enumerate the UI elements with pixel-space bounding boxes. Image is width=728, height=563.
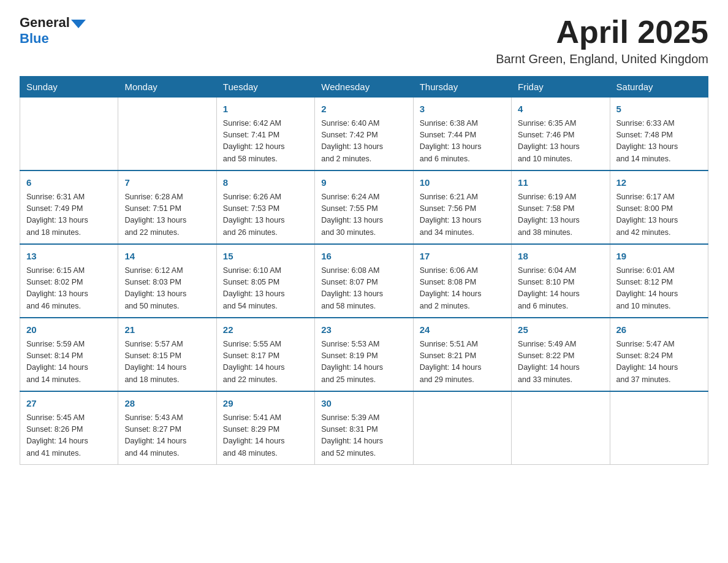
day-info: Sunrise: 6:04 AMSunset: 8:10 PMDaylight:… — [518, 265, 603, 313]
day-info: Sunrise: 6:19 AMSunset: 7:58 PMDaylight:… — [518, 191, 603, 239]
day-info: Sunrise: 5:39 AMSunset: 8:31 PMDaylight:… — [321, 412, 406, 460]
day-info: Sunrise: 6:40 AMSunset: 7:42 PMDaylight:… — [321, 118, 406, 166]
calendar-header-friday: Friday — [512, 77, 610, 98]
calendar-cell: 13Sunrise: 6:15 AMSunset: 8:02 PMDayligh… — [20, 244, 118, 318]
day-number: 13 — [26, 250, 112, 264]
calendar-cell: 5Sunrise: 6:33 AMSunset: 7:48 PMDaylight… — [610, 98, 708, 171]
day-info: Sunrise: 6:42 AMSunset: 7:41 PMDaylight:… — [223, 118, 308, 166]
calendar-cell: 18Sunrise: 6:04 AMSunset: 8:10 PMDayligh… — [512, 244, 610, 318]
day-number: 2 — [321, 102, 406, 117]
calendar-header-thursday: Thursday — [413, 77, 511, 98]
day-info: Sunrise: 6:17 AMSunset: 8:00 PMDaylight:… — [616, 191, 702, 239]
calendar-cell — [512, 391, 610, 465]
day-info: Sunrise: 5:59 AMSunset: 8:14 PMDaylight:… — [26, 339, 112, 386]
calendar-cell: 20Sunrise: 5:59 AMSunset: 8:14 PMDayligh… — [20, 318, 118, 391]
calendar-cell: 2Sunrise: 6:40 AMSunset: 7:42 PMDaylight… — [315, 98, 413, 171]
calendar-cell: 12Sunrise: 6:17 AMSunset: 8:00 PMDayligh… — [610, 170, 708, 244]
calendar-cell: 23Sunrise: 5:53 AMSunset: 8:19 PMDayligh… — [315, 318, 413, 391]
logo-blue: Blue — [20, 31, 49, 47]
logo: General Blue — [20, 15, 86, 47]
day-info: Sunrise: 6:08 AMSunset: 8:07 PMDaylight:… — [321, 265, 406, 313]
calendar-header-monday: Monday — [118, 77, 216, 98]
calendar-cell: 19Sunrise: 6:01 AMSunset: 8:12 PMDayligh… — [610, 244, 708, 318]
day-info: Sunrise: 5:43 AMSunset: 8:27 PMDaylight:… — [124, 412, 210, 460]
day-info: Sunrise: 6:38 AMSunset: 7:44 PMDaylight:… — [420, 118, 505, 166]
calendar-cell: 27Sunrise: 5:45 AMSunset: 8:26 PMDayligh… — [20, 391, 118, 465]
calendar-cell: 28Sunrise: 5:43 AMSunset: 8:27 PMDayligh… — [118, 391, 216, 465]
day-number: 3 — [420, 102, 505, 117]
day-number: 20 — [26, 323, 112, 337]
day-number: 26 — [616, 323, 702, 337]
calendar-cell: 24Sunrise: 5:51 AMSunset: 8:21 PMDayligh… — [413, 318, 511, 391]
calendar-cell: 14Sunrise: 6:12 AMSunset: 8:03 PMDayligh… — [118, 244, 216, 318]
day-info: Sunrise: 5:47 AMSunset: 8:24 PMDaylight:… — [616, 339, 702, 386]
day-number: 1 — [223, 102, 308, 117]
logo-arrow-icon — [71, 20, 86, 28]
day-info: Sunrise: 6:06 AMSunset: 8:08 PMDaylight:… — [420, 265, 505, 313]
calendar-week-row: 13Sunrise: 6:15 AMSunset: 8:02 PMDayligh… — [20, 244, 708, 318]
calendar-cell — [20, 98, 118, 171]
calendar-cell: 15Sunrise: 6:10 AMSunset: 8:05 PMDayligh… — [216, 244, 314, 318]
day-number: 8 — [223, 176, 308, 190]
day-info: Sunrise: 6:24 AMSunset: 7:55 PMDaylight:… — [321, 191, 406, 239]
calendar-header-saturday: Saturday — [610, 77, 708, 98]
day-number: 5 — [616, 102, 702, 117]
day-number: 7 — [124, 176, 210, 190]
logo-general: General — [20, 15, 70, 31]
day-number: 24 — [420, 323, 505, 337]
calendar-cell: 21Sunrise: 5:57 AMSunset: 8:15 PMDayligh… — [118, 318, 216, 391]
calendar-week-row: 1Sunrise: 6:42 AMSunset: 7:41 PMDaylight… — [20, 98, 708, 171]
calendar-week-row: 6Sunrise: 6:31 AMSunset: 7:49 PMDaylight… — [20, 170, 708, 244]
calendar-cell: 4Sunrise: 6:35 AMSunset: 7:46 PMDaylight… — [512, 98, 610, 171]
day-number: 27 — [26, 397, 112, 411]
day-info: Sunrise: 6:15 AMSunset: 8:02 PMDaylight:… — [26, 265, 112, 313]
day-info: Sunrise: 5:51 AMSunset: 8:21 PMDaylight:… — [420, 339, 505, 386]
day-number: 11 — [518, 176, 603, 190]
calendar-cell: 3Sunrise: 6:38 AMSunset: 7:44 PMDaylight… — [413, 98, 511, 171]
day-number: 9 — [321, 176, 406, 190]
month-title: April 2025 — [496, 15, 708, 50]
day-info: Sunrise: 5:45 AMSunset: 8:26 PMDaylight:… — [26, 412, 112, 460]
day-info: Sunrise: 5:41 AMSunset: 8:29 PMDaylight:… — [223, 412, 308, 460]
day-number: 17 — [420, 250, 505, 264]
calendar-cell — [118, 98, 216, 171]
day-info: Sunrise: 6:33 AMSunset: 7:48 PMDaylight:… — [616, 118, 702, 166]
day-number: 6 — [26, 176, 112, 190]
calendar-cell — [610, 391, 708, 465]
calendar-table: SundayMondayTuesdayWednesdayThursdayFrid… — [20, 76, 708, 465]
day-number: 30 — [321, 397, 406, 411]
day-info: Sunrise: 6:35 AMSunset: 7:46 PMDaylight:… — [518, 118, 603, 166]
calendar-week-row: 20Sunrise: 5:59 AMSunset: 8:14 PMDayligh… — [20, 318, 708, 391]
day-info: Sunrise: 5:57 AMSunset: 8:15 PMDaylight:… — [124, 339, 210, 386]
calendar-cell: 10Sunrise: 6:21 AMSunset: 7:56 PMDayligh… — [413, 170, 511, 244]
day-info: Sunrise: 6:10 AMSunset: 8:05 PMDaylight:… — [223, 265, 308, 313]
calendar-cell: 22Sunrise: 5:55 AMSunset: 8:17 PMDayligh… — [216, 318, 314, 391]
day-info: Sunrise: 6:26 AMSunset: 7:53 PMDaylight:… — [223, 191, 308, 239]
calendar-cell: 16Sunrise: 6:08 AMSunset: 8:07 PMDayligh… — [315, 244, 413, 318]
day-info: Sunrise: 6:01 AMSunset: 8:12 PMDaylight:… — [616, 265, 702, 313]
day-number: 29 — [223, 397, 308, 411]
day-number: 16 — [321, 250, 406, 264]
calendar-cell: 9Sunrise: 6:24 AMSunset: 7:55 PMDaylight… — [315, 170, 413, 244]
day-info: Sunrise: 5:53 AMSunset: 8:19 PMDaylight:… — [321, 339, 406, 386]
location: Barnt Green, England, United Kingdom — [496, 52, 708, 66]
day-number: 14 — [124, 250, 210, 264]
calendar-cell: 11Sunrise: 6:19 AMSunset: 7:58 PMDayligh… — [512, 170, 610, 244]
calendar-cell: 17Sunrise: 6:06 AMSunset: 8:08 PMDayligh… — [413, 244, 511, 318]
day-number: 21 — [124, 323, 210, 337]
calendar-cell: 29Sunrise: 5:41 AMSunset: 8:29 PMDayligh… — [216, 391, 314, 465]
day-number: 12 — [616, 176, 702, 190]
calendar-cell: 8Sunrise: 6:26 AMSunset: 7:53 PMDaylight… — [216, 170, 314, 244]
calendar-week-row: 27Sunrise: 5:45 AMSunset: 8:26 PMDayligh… — [20, 391, 708, 465]
day-number: 10 — [420, 176, 505, 190]
day-number: 28 — [124, 397, 210, 411]
day-number: 22 — [223, 323, 308, 337]
calendar-cell: 26Sunrise: 5:47 AMSunset: 8:24 PMDayligh… — [610, 318, 708, 391]
day-number: 4 — [518, 102, 603, 117]
calendar-cell: 30Sunrise: 5:39 AMSunset: 8:31 PMDayligh… — [315, 391, 413, 465]
page-header: General Blue April 2025 Barnt Green, Eng… — [20, 15, 708, 66]
day-info: Sunrise: 6:12 AMSunset: 8:03 PMDaylight:… — [124, 265, 210, 313]
calendar-header-wednesday: Wednesday — [315, 77, 413, 98]
day-info: Sunrise: 5:55 AMSunset: 8:17 PMDaylight:… — [223, 339, 308, 386]
calendar-header-sunday: Sunday — [20, 77, 118, 98]
